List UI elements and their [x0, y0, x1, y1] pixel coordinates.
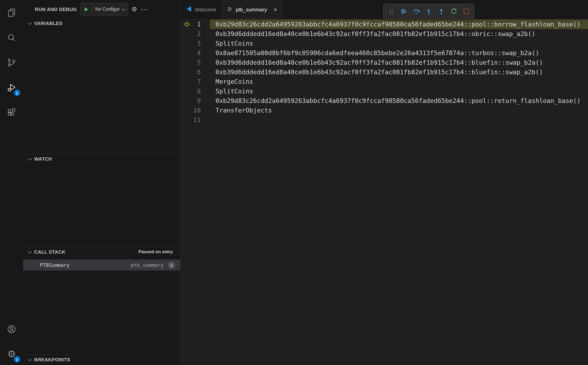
line-number[interactable]: 5	[181, 59, 201, 66]
variables-section: VARIABLES	[23, 18, 180, 154]
line-number[interactable]: 3	[181, 40, 201, 47]
code-text[interactable]: 0xb29d83c26cdd2a64959263abbcfc4a6937f0c9…	[215, 21, 581, 28]
code-line[interactable]: 3 SplitCoins	[181, 39, 588, 48]
code-line[interactable]: 7 MergeCoins	[181, 77, 588, 86]
watch-section: WATCH	[23, 154, 180, 247]
code-text[interactable]: 0xb39d6dddedd16ed8a40ce0b1e6b43c92acf0ff…	[215, 68, 543, 76]
line-number[interactable]: 1	[181, 21, 201, 28]
source-control-icon[interactable]	[3, 54, 21, 71]
chevron-down-icon	[28, 249, 32, 253]
chevron-down-icon	[28, 156, 32, 161]
frame-name: PTBSummary	[40, 262, 70, 268]
line-number[interactable]: 7	[181, 78, 201, 85]
tab-label: Welcome	[195, 7, 216, 13]
call-stack-header[interactable]: CALL STACK Paused on entry	[23, 247, 180, 257]
variables-header[interactable]: VARIABLES	[23, 18, 180, 28]
watch-header[interactable]: WATCH	[23, 154, 180, 164]
panel-title: RUN AND DEBUG	[35, 7, 77, 12]
settings-badge: 1	[14, 356, 20, 362]
breakpoints-title: BREAKPOINTS	[34, 357, 70, 362]
chevron-down-icon	[28, 357, 32, 361]
code-text[interactable]: TransferObjects	[215, 107, 272, 114]
code-line[interactable]: 8 SplitCoins	[181, 86, 588, 96]
settings-gear-icon[interactable]: ⚙ 1	[3, 345, 21, 363]
line-number[interactable]: 2	[181, 30, 201, 37]
variables-body	[23, 28, 180, 154]
close-tab-icon[interactable]: ×	[274, 7, 277, 13]
more-actions-icon[interactable]: ⋯	[141, 6, 148, 13]
continue-button[interactable]	[397, 6, 410, 17]
debug-badge: 1	[14, 90, 20, 96]
file-list-icon	[227, 6, 233, 13]
extensions-icon[interactable]	[3, 104, 21, 121]
vscode-logo-icon	[186, 6, 192, 13]
code-line[interactable]: 10 TransferObjects	[181, 105, 588, 115]
line-number[interactable]: 9	[181, 97, 201, 104]
debug-gear-icon[interactable]: ⚙	[131, 6, 137, 12]
search-icon[interactable]	[3, 29, 21, 46]
debug-toolbar	[383, 4, 475, 19]
line-number[interactable]: 11	[181, 116, 201, 124]
paused-status: Paused on entry	[138, 249, 173, 254]
activity-bar-bottom: ⚙ 1	[3, 320, 21, 363]
code-text[interactable]: SplitCoins	[215, 87, 253, 95]
activity-bar-top: 1	[3, 4, 21, 121]
chevron-down-icon	[28, 21, 32, 25]
code-line[interactable]: 5 0xb39d6dddedd16ed8a40ce0b1e6b43c92acf0…	[181, 58, 588, 67]
editor-area: Welcome ptb_summary ×	[180, 0, 588, 365]
step-out-button[interactable]	[435, 6, 447, 17]
restart-button[interactable]	[447, 6, 460, 17]
code-line[interactable]: 9 0xb29d83c26cdd2a64959263abbcfc4a6937f0…	[181, 96, 588, 105]
vscode-window: 1 ⚙ 1 RUN AND DEBUG No Configur	[0, 0, 588, 365]
stop-button[interactable]	[460, 6, 473, 17]
debug-config-dropdown[interactable]: No Configur	[80, 3, 128, 15]
code-text[interactable]: 0xb29d83c26cdd2a64959263abbcfc4a6937f0c9…	[215, 97, 581, 104]
code-line[interactable]: 1 0xb29d83c26cdd2a64959263abbcfc4a6937f0…	[181, 20, 588, 29]
chevron-down-icon	[121, 7, 125, 11]
start-debugging-icon[interactable]	[81, 3, 92, 15]
sidebar-header: RUN AND DEBUG No Configur ⚙ ⋯	[23, 0, 180, 18]
step-into-button[interactable]	[423, 6, 435, 17]
step-over-button[interactable]	[410, 6, 423, 17]
variables-title: VARIABLES	[34, 21, 63, 26]
code-editor[interactable]: 1 0xb29d83c26cdd2a64959263abbcfc4a6937f0…	[181, 20, 588, 365]
call-stack-frame[interactable]: PTBSummary ptb_summary 1	[23, 260, 180, 271]
code-text[interactable]: 0x8ae871505a80d8bf6bf9c05906cda6edfeea46…	[215, 49, 539, 56]
call-stack-body: PTBSummary ptb_summary 1	[23, 257, 180, 354]
code-line[interactable]: 11	[181, 115, 588, 125]
tab-label: ptb_summary	[236, 7, 267, 13]
run-and-debug-sidebar: RUN AND DEBUG No Configur ⚙ ⋯ VARIABLES …	[23, 0, 180, 365]
tab-ptb-summary[interactable]: ptb_summary ×	[222, 0, 283, 19]
activity-bar: 1 ⚙ 1	[0, 0, 23, 365]
breakpoints-section: BREAKPOINTS	[23, 354, 180, 365]
frame-source: ptb_summary	[131, 262, 164, 268]
code-line[interactable]: 6 0xb39d6dddedd16ed8a40ce0b1e6b43c92acf0…	[181, 67, 588, 77]
call-stack-title: CALL STACK	[34, 249, 65, 254]
line-number[interactable]: 6	[181, 68, 201, 76]
code-line[interactable]: 2 0xb39d6dddedd16ed8a40ce0b1e6b43c92acf0…	[181, 29, 588, 39]
code-text[interactable]: SplitCoins	[215, 40, 253, 47]
code-text[interactable]: 0xb39d6dddedd16ed8a40ce0b1e6b43c92acf0ff…	[215, 59, 543, 66]
config-label: No Configur	[92, 7, 121, 12]
code-text[interactable]: 0xb39d6dddedd16ed8a40ce0b1e6b43c92acf0ff…	[215, 30, 535, 37]
call-stack-section: CALL STACK Paused on entry PTBSummary pt…	[23, 247, 180, 354]
code-line[interactable]: 4 0x8ae871505a80d8bf6bf9c05906cda6edfeea…	[181, 48, 588, 58]
run-and-debug-icon[interactable]: 1	[3, 79, 21, 96]
breakpoints-header[interactable]: BREAKPOINTS	[23, 355, 180, 364]
line-number[interactable]: 8	[181, 87, 201, 95]
line-number[interactable]: 4	[181, 49, 201, 56]
tab-welcome[interactable]: Welcome	[181, 0, 222, 19]
code-text[interactable]: MergeCoins	[215, 78, 253, 85]
stop-square-icon	[464, 9, 469, 14]
watch-body	[23, 164, 180, 247]
watch-title: WATCH	[34, 156, 52, 161]
accounts-icon[interactable]	[3, 320, 21, 338]
explorer-icon[interactable]	[3, 4, 21, 21]
frame-badge: 1	[168, 261, 175, 268]
line-number[interactable]: 10	[181, 107, 201, 114]
toolbar-gripper-icon[interactable]	[385, 6, 397, 17]
